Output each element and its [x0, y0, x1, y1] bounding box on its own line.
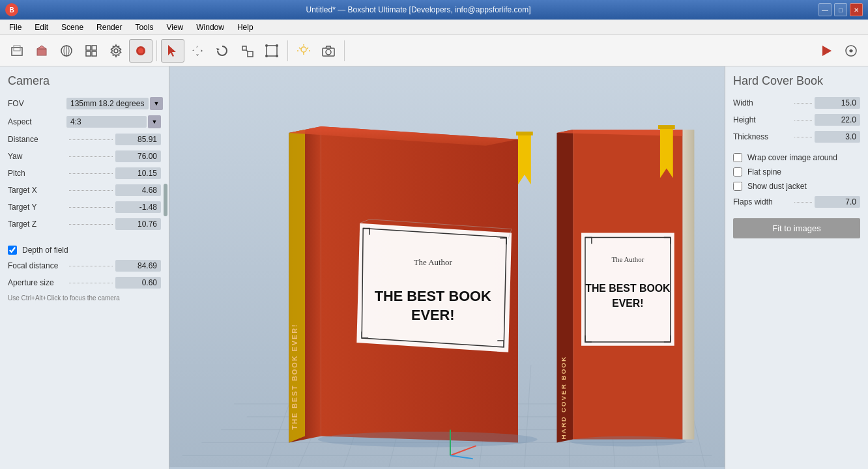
- title-bar: B Untitled* — Boxshot Ultimate [Develope…: [0, 0, 868, 20]
- target-x-input[interactable]: [115, 184, 161, 196]
- thickness-label: Thickness: [733, 132, 792, 141]
- menu-edit[interactable]: Edit: [28, 21, 55, 33]
- flat-spine-checkbox[interactable]: [733, 167, 742, 177]
- move-button[interactable]: [186, 39, 209, 63]
- svg-rect-1: [14, 46, 20, 51]
- settings-button[interactable]: [104, 39, 128, 63]
- fit-to-images-button[interactable]: Fit to images: [733, 218, 860, 238]
- pitch-label: Pitch: [8, 169, 66, 178]
- toolbar: [0, 35, 868, 66]
- aspect-select-arrow[interactable]: ▼: [148, 115, 161, 128]
- distance-input[interactable]: [115, 134, 161, 145]
- add-scene-button[interactable]: [55, 39, 78, 63]
- book1-title-line1: THE BEST BOOK: [375, 288, 491, 304]
- toolbar-separator-1: [156, 40, 157, 61]
- transform-button[interactable]: [260, 39, 283, 63]
- aperture-dots: [69, 283, 113, 283]
- wrap-cover-checkbox[interactable]: [733, 153, 742, 162]
- height-label: Height: [733, 115, 792, 124]
- dust-jacket-label: Show dust jacket: [747, 182, 807, 191]
- scroll-thumb[interactable]: [164, 184, 167, 216]
- record-button[interactable]: [129, 39, 152, 63]
- menu-file[interactable]: File: [3, 21, 28, 33]
- book2-title-line2: EVER!: [612, 298, 643, 309]
- canvas-area[interactable]: THE BEST BOOK EVER! The Author THE BEST …: [169, 66, 725, 469]
- main-layout: Camera FOV 135mm 18.2 degrees ▼ Aspect 4…: [0, 66, 868, 469]
- rotate-button[interactable]: [210, 39, 234, 63]
- target-y-row: Target Y: [8, 201, 161, 213]
- toolbar-separator-3: [344, 40, 345, 61]
- target-z-input[interactable]: [115, 218, 161, 230]
- yaw-input[interactable]: [115, 150, 161, 162]
- window-title: Untitled* — Boxshot Ultimate [Developers…: [18, 5, 818, 14]
- minimize-button[interactable]: —: [818, 3, 832, 16]
- svg-point-22: [265, 55, 268, 57]
- width-dots: [794, 103, 812, 104]
- maximize-button[interactable]: □: [834, 3, 847, 16]
- target-x-label: Target X: [8, 186, 66, 195]
- svg-line-18: [246, 50, 248, 51]
- svg-line-27: [307, 48, 308, 49]
- book-scene-svg: THE BEST BOOK EVER! The Author THE BEST …: [169, 66, 725, 469]
- svg-line-26: [299, 48, 300, 49]
- target-x-dots: [69, 190, 113, 191]
- camera2-button[interactable]: [317, 39, 340, 63]
- thickness-dots: [794, 137, 812, 137]
- svg-rect-19: [267, 46, 277, 56]
- height-input[interactable]: [815, 114, 860, 126]
- target-y-label: Target Y: [8, 203, 66, 212]
- pitch-input[interactable]: [115, 167, 161, 179]
- thickness-input[interactable]: [815, 131, 860, 143]
- target-y-dots: [69, 207, 113, 208]
- svg-point-11: [114, 49, 118, 53]
- book1-title-line2: EVER!: [411, 307, 455, 323]
- book1-spine-text: THE BEST BOOK EVER!: [291, 323, 298, 429]
- dust-jacket-checkbox[interactable]: [733, 182, 742, 191]
- focal-row: Focal distance: [8, 260, 161, 272]
- focal-input[interactable]: [115, 260, 161, 272]
- menu-bar: File Edit Scene Render Tools View Window…: [0, 20, 868, 35]
- right-panel-title: Hard Cover Book: [733, 74, 860, 88]
- target-y-input[interactable]: [115, 201, 161, 213]
- camera-hint: Use Ctrl+Alt+Click to focus the camera: [8, 294, 161, 303]
- svg-point-13: [138, 48, 143, 53]
- right-panel: Hard Cover Book Width Height Thickness W…: [725, 66, 868, 469]
- svg-rect-16: [242, 46, 246, 50]
- yaw-row: Yaw: [8, 150, 161, 162]
- menu-scene[interactable]: Scene: [55, 21, 90, 33]
- pointer-button[interactable]: [161, 39, 184, 63]
- flaps-dots: [794, 202, 812, 203]
- render-button[interactable]: [815, 39, 838, 63]
- target-z-label: Target Z: [8, 220, 66, 229]
- width-row: Width: [733, 97, 860, 109]
- scale-button[interactable]: [235, 39, 259, 63]
- svg-marker-3: [37, 46, 46, 49]
- render-settings-button[interactable]: [839, 39, 863, 63]
- light-button[interactable]: [292, 39, 315, 63]
- fov-select-arrow[interactable]: ▼: [150, 97, 163, 110]
- aspect-select[interactable]: 4:3: [66, 116, 147, 128]
- depth-of-field-checkbox[interactable]: [8, 246, 17, 255]
- menu-tools[interactable]: Tools: [128, 21, 160, 33]
- menu-help[interactable]: Help: [231, 21, 260, 33]
- flaps-input[interactable]: [815, 196, 860, 208]
- svg-point-24: [301, 47, 306, 52]
- add-object-button[interactable]: [30, 39, 53, 63]
- width-input[interactable]: [815, 97, 860, 109]
- close-button[interactable]: ✕: [850, 3, 863, 16]
- fit-view-button[interactable]: [80, 39, 103, 63]
- distance-label: Distance: [8, 135, 66, 144]
- book1-shadow: [318, 432, 538, 448]
- svg-point-23: [276, 55, 278, 57]
- flaps-label: Flaps width: [733, 197, 792, 206]
- menu-window[interactable]: Window: [190, 21, 231, 33]
- svg-marker-33: [822, 46, 832, 56]
- fov-select[interactable]: 135mm 18.2 degrees: [66, 98, 149, 109]
- svg-marker-14: [168, 45, 176, 57]
- add-shape-button[interactable]: [5, 39, 29, 63]
- target-x-row: Target X: [8, 184, 161, 196]
- menu-view[interactable]: View: [160, 21, 190, 33]
- svg-rect-7: [86, 46, 91, 50]
- menu-render[interactable]: Render: [90, 21, 128, 33]
- aperture-input[interactable]: [115, 277, 161, 289]
